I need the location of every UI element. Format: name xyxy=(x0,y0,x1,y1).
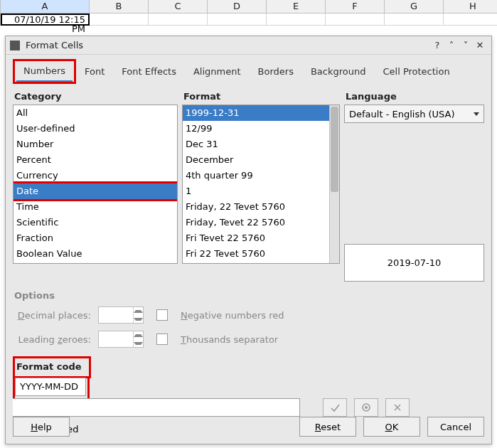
decimal-places-spinner[interactable] xyxy=(98,306,144,324)
leading-zeroes-spinner[interactable] xyxy=(98,331,144,348)
format-code-input[interactable]: YYYY-MM-DD xyxy=(15,378,86,396)
preview-value: 2019-07-10 xyxy=(388,257,442,268)
chevron-down-icon xyxy=(474,112,479,116)
dialog-titlebar[interactable]: Format Cells ? ˄ ˅ ✕ xyxy=(6,36,491,55)
format-item-8[interactable]: Fri Tevet 22 5760 xyxy=(183,230,329,246)
rolldown-icon[interactable]: ˅ xyxy=(459,40,473,50)
format-label: Format xyxy=(182,91,340,102)
tab-font[interactable]: Font xyxy=(76,60,113,84)
dialog-title: Format Cells xyxy=(26,40,430,50)
format-preview: 2019-07-10 xyxy=(344,244,484,282)
row-1: 07/10/19 12:15 PM xyxy=(0,14,497,26)
tab-background[interactable]: Background xyxy=(302,60,375,84)
highlight-category-date: Date xyxy=(14,181,177,201)
options-label: Options xyxy=(13,290,484,301)
thousands-sep-label: Thousands separator xyxy=(181,334,484,345)
format-scrollbar[interactable] xyxy=(329,105,339,263)
help-icon[interactable]: ? xyxy=(430,40,444,50)
format-item-4[interactable]: 4th quarter 99 xyxy=(183,168,329,183)
category-item-number[interactable]: Number xyxy=(14,137,177,152)
column-headers: A B C D E F G H xyxy=(0,0,497,14)
negative-red-checkbox[interactable] xyxy=(156,309,168,321)
apply-code-button[interactable] xyxy=(323,398,347,417)
remove-code-button[interactable] xyxy=(385,398,410,417)
col-header-g[interactable]: G xyxy=(385,0,444,14)
format-item-10[interactable]: 22 Tevet 5760 xyxy=(183,262,329,263)
col-header-a[interactable]: A xyxy=(1,0,90,14)
close-icon[interactable]: ✕ xyxy=(473,40,487,50)
leading-zeroes-label: Leading zeroes: xyxy=(13,334,91,345)
cell-c1[interactable] xyxy=(149,14,208,26)
negative-red-label: Negative numbers red xyxy=(181,310,484,321)
decimal-places-label: Decimal places: xyxy=(13,310,91,321)
language-value: Default - English (USA) xyxy=(349,109,474,119)
tab-font-effects[interactable]: Font Effects xyxy=(113,60,185,84)
cell-a1[interactable]: 07/10/19 12:15 PM xyxy=(1,14,90,26)
app-icon xyxy=(10,41,20,50)
format-item-0[interactable]: 1999-12-31 xyxy=(183,105,329,121)
col-header-f[interactable]: F xyxy=(326,0,385,14)
category-item-boolean[interactable]: Boolean Value xyxy=(14,246,177,262)
category-item-time[interactable]: Time xyxy=(14,199,177,215)
category-item-date[interactable]: Date xyxy=(14,183,177,199)
cell-b1[interactable] xyxy=(90,14,149,26)
options-section: Options Decimal places: Negative numbers… xyxy=(13,290,484,348)
thousands-sep-checkbox[interactable] xyxy=(156,334,168,345)
category-item-fraction[interactable]: Fraction xyxy=(14,230,177,246)
cancel-button[interactable]: Cancel xyxy=(427,417,484,437)
format-code-label: Format code xyxy=(15,360,87,372)
category-listbox[interactable]: All User-defined Number Percent Currency… xyxy=(13,105,178,264)
format-cells-dialog: Format Cells ? ˄ ˅ ✕ Numbers Font Font E… xyxy=(5,36,492,444)
ok-button[interactable]: OK xyxy=(363,417,420,437)
highlight-numbers-tab: Numbers xyxy=(13,59,76,84)
format-item-7[interactable]: Friday, Tevet 22 5760 xyxy=(183,215,329,230)
language-select[interactable]: Default - English (USA) xyxy=(344,105,484,123)
col-header-h[interactable]: H xyxy=(444,0,497,14)
cell-e1[interactable] xyxy=(267,14,326,26)
category-item-all[interactable]: All xyxy=(14,105,177,121)
cell-h1[interactable] xyxy=(444,14,497,26)
tab-cell-protection[interactable]: Cell Protection xyxy=(374,60,458,84)
spreadsheet-fragment: A B C D E F G H 07/10/19 12:15 PM xyxy=(0,0,497,36)
tabstrip: Numbers Font Font Effects Alignment Bord… xyxy=(13,60,484,84)
format-item-1[interactable]: 12/99 xyxy=(183,121,329,137)
col-header-e[interactable]: E xyxy=(267,0,326,14)
cell-g1[interactable] xyxy=(385,14,444,26)
format-item-2[interactable]: Dec 31 xyxy=(183,137,329,152)
format-code-input-ext[interactable] xyxy=(13,398,300,417)
tab-borders[interactable]: Borders xyxy=(250,60,302,84)
tab-alignment[interactable]: Alignment xyxy=(185,60,250,84)
col-header-c[interactable]: C xyxy=(149,0,208,14)
format-item-6[interactable]: Friday, 22 Tevet 5760 xyxy=(183,199,329,215)
category-item-percent[interactable]: Percent xyxy=(14,152,177,168)
svg-point-1 xyxy=(365,406,368,409)
format-listbox[interactable]: 1999-12-31 12/99 Dec 31 December 4th qua… xyxy=(182,105,340,264)
highlight-format-code-label: Format code xyxy=(13,356,91,378)
tab-numbers[interactable]: Numbers xyxy=(15,61,74,82)
category-item-text[interactable]: Text xyxy=(14,262,177,263)
cell-f1[interactable] xyxy=(326,14,385,26)
rollup-icon[interactable]: ˄ xyxy=(444,40,459,50)
format-item-3[interactable]: December xyxy=(183,152,329,168)
edit-comment-button[interactable] xyxy=(354,398,378,417)
format-item-9[interactable]: Fri 22 Tevet 5760 xyxy=(183,246,329,262)
language-label: Language xyxy=(344,91,484,102)
category-item-scientific[interactable]: Scientific xyxy=(14,215,177,230)
col-header-d[interactable]: D xyxy=(208,0,267,14)
format-item-5[interactable]: 1 xyxy=(183,183,329,199)
reset-button[interactable]: Reset xyxy=(299,417,356,437)
col-header-b[interactable]: B xyxy=(90,0,149,14)
category-label: Category xyxy=(13,91,178,102)
dialog-button-bar: Help Reset OK Cancel xyxy=(13,417,484,437)
cell-d1[interactable] xyxy=(208,14,267,26)
category-item-userdef[interactable]: User-defined xyxy=(14,121,177,137)
help-button[interactable]: Help xyxy=(13,417,70,437)
